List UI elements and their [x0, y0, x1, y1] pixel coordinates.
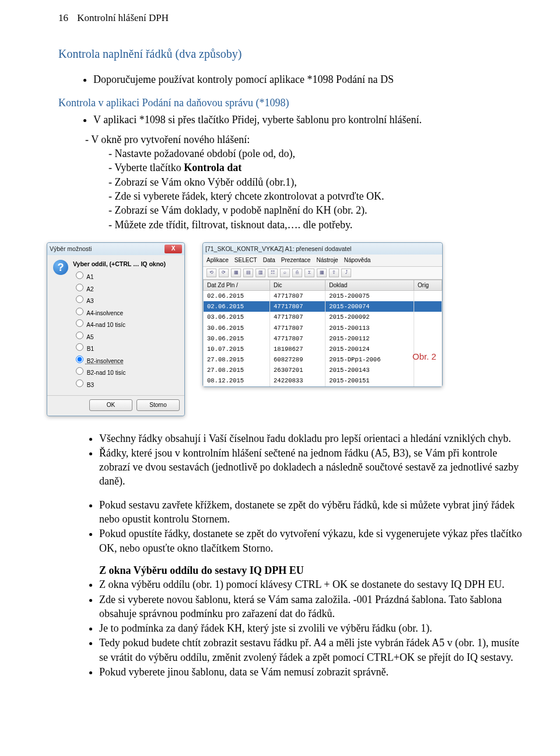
- sub-heading: Z okna Výběru oddílu do sestavy IQ DPH E…: [99, 563, 525, 577]
- table-cell: 47717807: [270, 323, 326, 333]
- menu-item[interactable]: Nápověda: [344, 256, 371, 264]
- table-row[interactable]: 30.06.2015477178072015-200113: [204, 323, 442, 333]
- radio-group-header: Vyber oddil, (+CTRL … IQ okno): [73, 260, 166, 268]
- toolbar-button-icon[interactable]: ⌕: [280, 269, 290, 277]
- radio-option[interactable]: B2-insolvence: [73, 354, 166, 365]
- radio-option[interactable]: A5: [73, 330, 166, 342]
- radio-input[interactable]: [76, 295, 83, 303]
- figure-2-wrap: [71_SKOL_KONTR_VYKAZ] A1: přenesení doda…: [202, 242, 443, 416]
- column-header[interactable]: Orig: [414, 280, 442, 291]
- dialog1-title: Výběr možnosti: [50, 245, 92, 253]
- dialog1-body: ? Vyber oddil, (+CTRL … IQ okno) A1 A2 A…: [47, 255, 184, 395]
- table-cell: 30.06.2015: [204, 333, 270, 344]
- dash-list: V okně pro vytvoření nového hlášení: Nas…: [58, 133, 525, 232]
- list-item: Je to podmínka za daný řádek KH, který j…: [99, 621, 525, 635]
- table-row[interactable]: 02.06.2015477178072015-200075: [204, 291, 442, 302]
- table-cell: 27.08.2015: [204, 365, 270, 375]
- column-header[interactable]: Dat Zd Pln /: [204, 280, 270, 291]
- toolbar: ⟲⟳▦▤▥☷⌕⎙Σ▦⇧⤴: [203, 267, 442, 280]
- dialog2-titlebar: [71_SKOL_KONTR_VYKAZ] A1: přenesení doda…: [203, 243, 442, 255]
- radio-option[interactable]: B2-nad 10 tisíc: [73, 365, 166, 377]
- radio-input[interactable]: [76, 343, 83, 351]
- doc-title: Kontrolní hlášení DPH: [77, 12, 169, 23]
- table-cell: 08.12.2015: [204, 375, 270, 386]
- radio-option[interactable]: A3: [73, 294, 166, 305]
- table-cell: 03.06.2015: [204, 312, 270, 322]
- list-item: Zde si vyberete novou šablonu, která se …: [99, 593, 525, 621]
- menubar: AplikaceSELECTDataPrezentaceNástrojeNápo…: [203, 255, 442, 267]
- toolbar-button-icon[interactable]: ▥: [256, 269, 265, 277]
- table-cell: 2015-200075: [326, 291, 414, 302]
- toolbar-button-icon[interactable]: ⟲: [206, 269, 216, 277]
- radio-option[interactable]: B3: [73, 378, 166, 389]
- radio-input[interactable]: [76, 379, 83, 387]
- radio-input[interactable]: [76, 308, 83, 315]
- question-icon: ?: [53, 260, 68, 275]
- table-row[interactable]: 03.06.2015477178072015-200092: [204, 312, 442, 322]
- figure-2-label: Obr. 2: [412, 351, 436, 363]
- radio-input[interactable]: [76, 356, 83, 363]
- table-cell: [414, 375, 442, 386]
- ok-button[interactable]: OK: [89, 399, 132, 411]
- column-header[interactable]: Doklad: [326, 280, 414, 291]
- table-cell: 47717807: [270, 333, 326, 344]
- radio-input[interactable]: [76, 284, 83, 291]
- dash-item: Můžete zde třídit, filtrovat, tisknout d…: [117, 218, 525, 232]
- table-cell: 27.08.2015: [204, 354, 270, 365]
- table-cell: 2015-200113: [326, 323, 414, 333]
- table-row[interactable]: 27.08.2015608272892015-DPp1-2006: [204, 354, 442, 365]
- radio-option[interactable]: A4-insolvence: [73, 306, 166, 318]
- menu-item[interactable]: Nástroje: [316, 256, 338, 264]
- radio-input[interactable]: [76, 319, 83, 327]
- table-cell: 2015-200143: [326, 365, 414, 375]
- cancel-button[interactable]: Storno: [136, 399, 180, 411]
- menu-item[interactable]: Data: [263, 256, 275, 264]
- lower-list-3: Z okna výběru oddílu (obr. 1) pomocí klá…: [58, 577, 525, 679]
- toolbar-button-icon[interactable]: ☷: [268, 269, 278, 277]
- toolbar-button-icon[interactable]: ▤: [243, 269, 253, 277]
- column-header[interactable]: Dic: [270, 280, 326, 291]
- table-cell: 10.07.2015: [204, 344, 270, 354]
- data-grid-window: [71_SKOL_KONTR_VYKAZ] A1: přenesení doda…: [202, 242, 443, 387]
- list-item: Pokud vyberete jinou šablonu, data se Vá…: [99, 665, 525, 679]
- table-cell: [414, 291, 442, 302]
- toolbar-button-icon[interactable]: ⤴: [341, 269, 351, 277]
- table-cell: 02.06.2015: [204, 301, 270, 312]
- table-cell: 18198627: [270, 344, 326, 354]
- dash-item: Zde si vyberete řádek, který chcete zkon…: [117, 189, 525, 203]
- toolbar-button-icon[interactable]: ▦: [231, 269, 241, 277]
- table-row[interactable]: 30.06.2015477178072015-200112: [204, 333, 442, 344]
- menu-item[interactable]: SELECT: [235, 256, 257, 264]
- toolbar-button-icon[interactable]: Σ: [304, 269, 314, 277]
- dash-item: Zobrazí se Vám doklady, v podobě naplněn…: [117, 203, 525, 217]
- menu-item[interactable]: Aplikace: [206, 256, 229, 264]
- table-cell: 2015-200151: [326, 375, 414, 386]
- table-row[interactable]: 27.08.2015263072012015-200143: [204, 365, 442, 375]
- list-item: Z okna výběru oddílu (obr. 1) pomocí klá…: [99, 577, 525, 591]
- radio-option[interactable]: A4-nad 10 tisíc: [73, 318, 166, 329]
- section-title-1: Kontrola naplnění řádků (dva způsoby): [58, 46, 525, 62]
- radio-option[interactable]: A1: [73, 270, 166, 281]
- radio-input[interactable]: [76, 367, 83, 375]
- menu-item[interactable]: Prezentace: [281, 256, 311, 264]
- close-icon[interactable]: X: [164, 245, 182, 253]
- grid-table: Dat Zd Pln /DicDokladOrig 02.06.20154771…: [203, 280, 442, 386]
- toolbar-button-icon[interactable]: ⟳: [219, 269, 229, 277]
- dialog-select-section: Výběr možnosti X ? Vyber oddil, (+CTRL ……: [47, 242, 185, 416]
- toolbar-button-icon[interactable]: ▦: [317, 269, 327, 277]
- radio-input[interactable]: [76, 332, 83, 339]
- page-number: 16: [58, 12, 75, 25]
- dash-head: V okně pro vytvoření nového hlášení:: [93, 133, 525, 147]
- toolbar-button-icon[interactable]: ⎙: [292, 269, 302, 277]
- radio-option[interactable]: A2: [73, 282, 166, 294]
- table-row[interactable]: 10.07.2015181986272015-200124: [204, 344, 442, 354]
- radio-option[interactable]: B1: [73, 342, 166, 353]
- table-cell: 47717807: [270, 291, 326, 302]
- toolbar-button-icon[interactable]: ⇧: [329, 269, 339, 277]
- dialog2-title: [71_SKOL_KONTR_VYKAZ] A1: přenesení doda…: [205, 245, 351, 253]
- intro-bullet-item: Doporučujeme používat kontroly pomocí ap…: [93, 72, 525, 86]
- figures-row: Výběr možnosti X ? Vyber oddil, (+CTRL ……: [47, 242, 525, 416]
- radio-input[interactable]: [76, 271, 83, 279]
- table-row[interactable]: 02.06.2015477178072015-200074: [204, 301, 442, 312]
- table-row[interactable]: 08.12.2015242208332015-200151: [204, 375, 442, 386]
